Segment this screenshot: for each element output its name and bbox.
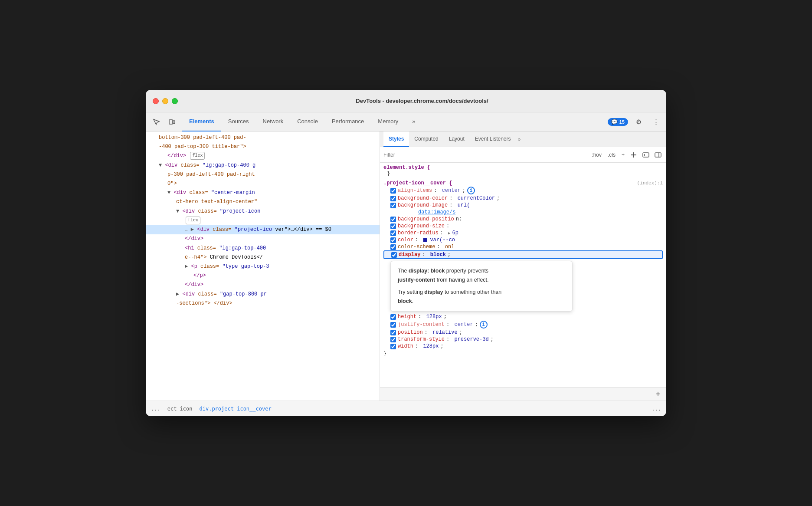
css-prop-background-color: background-color : currentColor ; [383,195,663,202]
svg-rect-1 [173,121,175,124]
css-checkbox-height[interactable] [390,314,396,320]
css-prop-display: display : block ; [383,250,663,259]
dom-line: ▶ <div class= "gap-top-800 pr [146,290,380,299]
css-checkbox-display[interactable] [391,252,397,258]
main-tabs: Elements Sources Network Console Perform… [182,112,422,131]
css-checkbox-background-image[interactable] [390,203,396,208]
tab-sources[interactable]: Sources [221,112,256,131]
cls-button[interactable]: .cls [606,151,617,159]
breadcrumb-ect-icon[interactable]: ect-icon [167,406,193,412]
svg-rect-0 [169,120,173,124]
info-icon-justify-content[interactable]: i [480,321,488,329]
svg-rect-6 [655,153,661,157]
tab-network[interactable]: Network [256,112,291,131]
subtab-computed[interactable]: Computed [409,131,443,147]
css-checkbox-justify-content[interactable] [390,322,396,328]
css-rules[interactable]: element.style { } .project-icon__cover {… [380,163,666,387]
styles-panel: Styles Computed Layout Event Listeners » [380,131,666,401]
toggle-sidebar-icon[interactable] [653,150,663,160]
notification-badge[interactable]: 💬 15 [608,118,628,126]
css-prop-height: height : 128px ; [383,313,663,320]
css-checkbox-transform-style[interactable] [390,337,396,342]
css-checkbox-background-position[interactable] [390,217,396,222]
new-style-rule-icon[interactable] [629,150,638,160]
css-rule-close: } [383,350,663,358]
add-rule-button[interactable]: + [653,389,663,399]
tab-elements[interactable]: Elements [182,112,221,131]
minimize-button[interactable] [162,98,168,104]
css-checkbox-background-size[interactable] [390,223,396,229]
dom-line: e--h4"> Chrome DevTools</ [146,253,380,262]
css-checkbox-align-items[interactable] [390,188,396,194]
svg-rect-3 [633,152,634,158]
settings-button[interactable]: ⚙ [632,115,645,129]
tab-memory[interactable]: Memory [371,112,405,131]
css-prop-border-radius: border-radius : ▶ 6p [383,230,663,237]
css-checkbox-color[interactable] [390,237,396,243]
css-prop-data-url: data:image/s [383,209,663,216]
subtab-event-listeners[interactable]: Event Listeners [470,131,516,147]
breadcrumb-bar: ... ect-icon div.project-icon__cover ... [146,401,666,416]
main-toolbar: Elements Sources Network Console Perform… [146,112,666,131]
maximize-button[interactable] [172,98,178,104]
svg-rect-4 [643,153,649,157]
styles-footer: + [380,387,666,401]
dom-line: ▼ <div class= "project-icon [146,207,380,216]
dom-line: ▼ <div class= "center-margin [146,188,380,197]
subtab-layout[interactable]: Layout [444,131,470,147]
subtabs: Styles Computed Layout Event Listeners » [380,131,666,147]
dom-line: </div> [146,234,380,243]
plus-button[interactable]: + [620,151,626,159]
info-icon-align-items[interactable]: i [467,187,475,194]
css-checkbox-color-scheme[interactable] [390,244,396,250]
hov-button[interactable]: :hov [590,151,603,159]
dom-tree[interactable]: bottom-300 pad-left-400 pad- -400 pad-to… [146,131,380,401]
close-button[interactable] [153,98,159,104]
more-options-button[interactable]: ⋮ [649,115,663,129]
css-rule-selector-line: .project-icon__cover { (index):1 [383,180,663,186]
inspect-icon[interactable] [149,115,163,129]
css-rule-project-icon: .project-icon__cover { (index):1 align-i… [383,180,663,358]
toolbar-right: 💬 15 ⚙ ⋮ [608,115,663,129]
device-toggle-icon[interactable] [165,115,179,129]
devtools-window: DevTools - developer.chrome.com/docs/dev… [146,90,666,416]
css-prop-background-size: background-size : [383,223,663,230]
css-prop-align-items: align-items : center ; i [383,186,663,195]
css-prop-transform-style: transform-style : preserve-3d ; [383,336,663,343]
dom-line: bottom-300 pad-left-400 pad- [146,133,380,142]
css-checkbox-border-radius[interactable] [390,230,396,236]
filter-bar: :hov .cls + [380,147,666,163]
tab-performance[interactable]: Performance [325,112,371,131]
tab-console[interactable]: Console [290,112,325,131]
dom-line: flex [146,216,380,225]
titlebar: DevTools - developer.chrome.com/docs/dev… [146,90,666,112]
css-checkbox-width[interactable] [390,344,396,349]
breadcrumb-project-icon-cover[interactable]: div.project-icon__cover [199,406,271,412]
css-prop-color: color : var(--co [383,237,663,243]
css-checkbox-position[interactable] [390,330,396,335]
content-area: bottom-300 pad-left-400 pad- -400 pad-to… [146,131,666,401]
element-style-rule: element.style { } [383,164,663,177]
breadcrumb-dots-right: ... [652,406,661,412]
subtabs-more[interactable]: » [517,136,521,142]
window-title: DevTools - developer.chrome.com/docs/dev… [185,98,659,104]
dom-line: </p> [146,271,380,280]
dom-line: -sections"> </div> [146,299,380,308]
dom-line: <h1 class= "lg:gap-top-400 [146,244,380,253]
css-prop-background-position: background-positio n: [383,216,663,223]
subtab-styles[interactable]: Styles [383,131,409,147]
tab-more[interactable]: » [405,112,422,131]
css-prop-justify-content: justify-content : center ; i [383,320,663,329]
dom-line: </div> flex [146,151,380,161]
dom-line-selected[interactable]: … ▶ <div class= "project-ico ver">…</div… [146,225,380,234]
toggle-element-state-icon[interactable] [641,150,651,160]
dom-line: ct-hero text-align-center" [146,197,380,207]
traffic-lights [153,98,178,104]
filter-input[interactable] [383,152,586,158]
css-checkbox-background-color[interactable] [390,196,396,201]
dom-line: 0"> [146,179,380,188]
color-swatch[interactable] [423,238,427,242]
breadcrumb-dots-left: ... [151,406,160,412]
dom-line: -400 pad-top-300 title-bar"> [146,142,380,151]
dom-line: p-300 pad-left-400 pad-right [146,170,380,179]
